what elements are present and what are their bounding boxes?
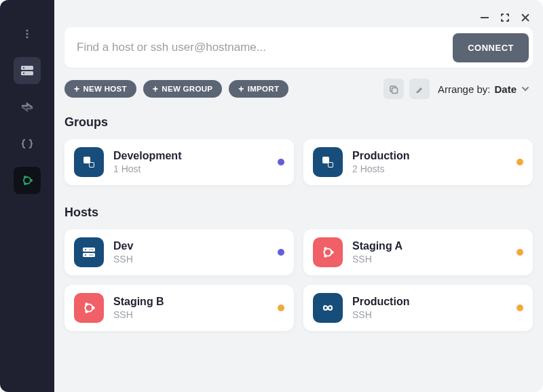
svg-point-0 — [26, 29, 28, 31]
card-development[interactable]: Development1 Host — [64, 139, 294, 185]
new-group-button[interactable]: +NEW GROUP — [143, 80, 222, 98]
sidebar-snippets[interactable] — [14, 130, 41, 157]
svg-rect-19 — [329, 163, 333, 167]
groups-grid: Development1 HostProduction2 Hosts — [64, 139, 533, 185]
ubuntu-icon — [74, 293, 104, 323]
status-dot — [278, 249, 284, 256]
svg-rect-11 — [481, 17, 489, 18]
card-subtitle: 1 Host — [113, 163, 268, 174]
ubuntu-icon — [20, 173, 35, 188]
svg-point-8 — [30, 179, 33, 182]
import-label: IMPORT — [248, 85, 280, 93]
svg-rect-16 — [90, 163, 94, 167]
arrange-value: Date — [494, 83, 517, 95]
card-subtitle: 2 Hosts — [352, 163, 507, 174]
svg-point-31 — [92, 307, 94, 309]
server-icon — [20, 63, 35, 78]
hosts-heading: Hosts — [64, 205, 533, 220]
chevron-down-icon — [521, 84, 530, 94]
svg-rect-24 — [89, 249, 94, 250]
ubuntu-icon — [313, 237, 343, 267]
svg-point-27 — [331, 251, 333, 254]
svg-point-5 — [23, 67, 24, 68]
status-dot — [517, 305, 523, 311]
card-dev[interactable]: DevSSH — [64, 229, 294, 275]
svg-point-33 — [85, 310, 88, 313]
card-staging-a[interactable]: Staging ASSH — [303, 229, 533, 275]
card-title: Staging B — [113, 296, 268, 308]
svg-rect-25 — [89, 254, 94, 256]
card-subtitle: SSH — [113, 309, 268, 320]
status-dot — [517, 249, 523, 256]
copy-icon — [388, 84, 398, 94]
svg-point-6 — [23, 73, 24, 74]
svg-point-23 — [85, 254, 86, 256]
group-icon — [313, 147, 343, 177]
status-dot — [517, 159, 523, 165]
search-input[interactable] — [69, 31, 453, 64]
svg-point-9 — [24, 176, 26, 178]
braces-icon — [20, 137, 34, 151]
content: Groups Development1 HostProduction2 Host… — [54, 99, 543, 392]
minimize-button[interactable] — [479, 12, 490, 26]
infinity-icon — [313, 293, 343, 323]
hosts-grid: DevSSHStaging ASSHStaging BSSHProduction… — [64, 229, 533, 331]
kebab-icon — [22, 28, 33, 39]
svg-rect-3 — [21, 66, 33, 70]
svg-point-2 — [26, 36, 28, 38]
card-title: Production — [352, 296, 507, 308]
card-subtitle: SSH — [113, 254, 268, 264]
svg-point-1 — [26, 33, 28, 35]
maximize-button[interactable] — [500, 12, 510, 26]
sidebar-menu[interactable] — [14, 20, 41, 47]
toolbar: +NEW HOST +NEW GROUP +IMPORT Arrange by:… — [64, 79, 533, 99]
card-production[interactable]: ProductionSSH — [303, 285, 533, 331]
plus-icon: + — [238, 84, 244, 94]
import-button[interactable]: +IMPORT — [229, 80, 288, 98]
sidebar-terminal[interactable] — [14, 167, 41, 194]
svg-point-32 — [85, 302, 88, 305]
groups-heading: Groups — [64, 115, 533, 130]
card-title: Production — [352, 150, 507, 162]
transfer-icon — [20, 100, 34, 114]
search-bar: CONNECT — [64, 27, 533, 68]
sidebar — [0, 0, 54, 392]
new-group-label: NEW GROUP — [162, 85, 212, 93]
card-title: Staging A — [352, 240, 507, 252]
plus-icon: + — [74, 84, 79, 94]
svg-rect-13 — [392, 87, 398, 93]
svg-rect-14 — [83, 157, 90, 163]
arrange-prefix: Arrange by: — [438, 83, 491, 95]
plus-icon: + — [153, 84, 158, 94]
svg-rect-4 — [21, 71, 33, 75]
new-host-label: NEW HOST — [83, 85, 126, 93]
copy-button[interactable] — [383, 79, 404, 99]
svg-rect-17 — [322, 157, 329, 163]
window-controls — [479, 12, 531, 26]
svg-point-22 — [85, 249, 86, 250]
new-host-button[interactable]: +NEW HOST — [64, 80, 136, 98]
card-title: Dev — [113, 240, 268, 252]
sidebar-sftp[interactable] — [14, 94, 41, 121]
svg-point-29 — [324, 254, 326, 257]
status-dot — [278, 305, 284, 311]
close-button[interactable] — [520, 12, 531, 26]
card-production[interactable]: Production2 Hosts — [303, 139, 533, 185]
arrange-dropdown[interactable]: Arrange by: Date — [435, 83, 533, 95]
server-icon — [74, 237, 104, 267]
edit-button[interactable] — [409, 79, 430, 99]
card-title: Development — [113, 150, 268, 162]
card-subtitle: SSH — [352, 254, 507, 264]
group-icon — [74, 147, 104, 177]
svg-point-28 — [324, 247, 326, 250]
brush-icon — [414, 84, 424, 94]
card-subtitle: SSH — [352, 309, 507, 320]
connect-button[interactable]: CONNECT — [453, 33, 529, 62]
svg-point-10 — [24, 182, 26, 185]
sidebar-hosts[interactable] — [14, 57, 41, 84]
main-panel: CONNECT +NEW HOST +NEW GROUP +IMPORT Arr… — [54, 0, 543, 392]
status-dot — [278, 159, 284, 165]
card-staging-b[interactable]: Staging BSSH — [64, 285, 294, 331]
